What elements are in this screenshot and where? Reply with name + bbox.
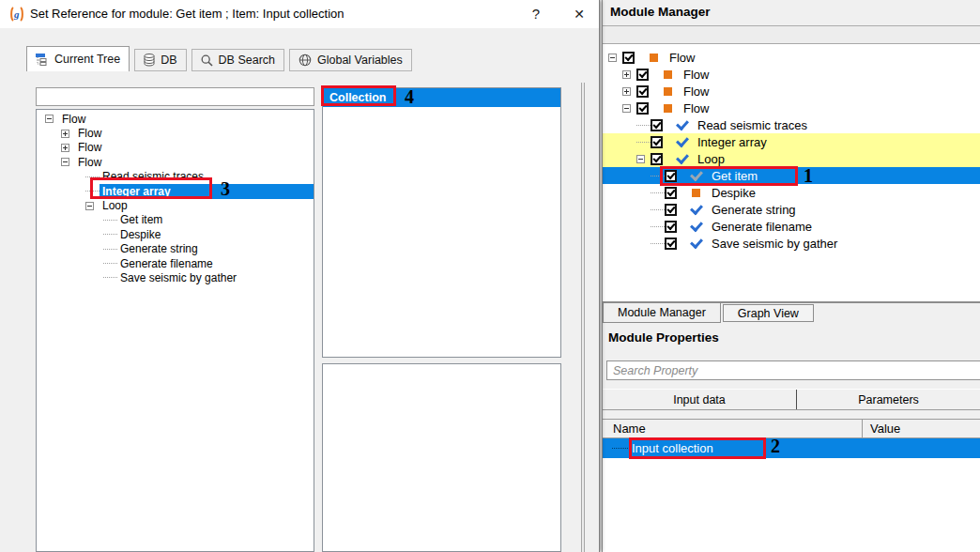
tab-db[interactable]: DB bbox=[134, 49, 186, 71]
checkbox-checked[interactable] bbox=[651, 136, 663, 148]
svg-text:g: g bbox=[13, 8, 20, 20]
dialog-tabbar: Current Tree DB DB Search bbox=[26, 46, 412, 71]
splitter[interactable] bbox=[581, 83, 585, 552]
module-item-generate-string[interactable]: Generate string bbox=[603, 201, 980, 218]
tree-item-flow[interactable]: Flow bbox=[37, 126, 314, 140]
module-item-flow[interactable]: Flow bbox=[603, 83, 980, 100]
tree-item-get-item[interactable]: Get item bbox=[37, 213, 314, 227]
tab-current-tree[interactable]: Current Tree bbox=[26, 46, 130, 71]
tab-label: Graph View bbox=[738, 307, 799, 320]
tree-item-label: Flow bbox=[75, 140, 314, 155]
module-item-despike[interactable]: Despike bbox=[603, 184, 980, 201]
annotation-number-2: 2 bbox=[771, 436, 780, 456]
expand-icon[interactable] bbox=[622, 70, 631, 79]
properties-tabbar: Input data Parameters bbox=[603, 389, 980, 410]
checkbox-checked[interactable] bbox=[665, 221, 677, 233]
module-label: Flow bbox=[683, 84, 709, 99]
collapse-icon[interactable] bbox=[622, 104, 631, 113]
help-button[interactable]: ? bbox=[518, 0, 554, 28]
toolbar-strip bbox=[603, 26, 980, 44]
tree-item-despike[interactable]: Despike bbox=[37, 227, 314, 241]
tab-db-search[interactable]: DB Search bbox=[191, 49, 284, 71]
tab-label: Module Manager bbox=[618, 306, 706, 319]
module-properties-title: Module Properties bbox=[608, 330, 719, 345]
tree-item-generate-filename[interactable]: Generate filename bbox=[37, 256, 314, 270]
tree-connector bbox=[103, 234, 117, 235]
module-item-integer-array[interactable]: Integer array bbox=[603, 133, 980, 150]
tree-item-label: Generate string bbox=[117, 241, 314, 256]
close-icon[interactable]: ✕ bbox=[559, 0, 599, 28]
tree-item-generate-string[interactable]: Generate string bbox=[37, 242, 314, 256]
module-check-icon bbox=[677, 153, 688, 164]
checkbox-checked[interactable] bbox=[636, 69, 649, 81]
tab-global-variables[interactable]: Global Variables bbox=[289, 49, 412, 71]
flow-square-icon bbox=[649, 52, 660, 63]
checkbox-checked[interactable] bbox=[651, 119, 663, 131]
collapse-icon[interactable] bbox=[45, 115, 54, 123]
tree-connector bbox=[636, 142, 651, 143]
tab-label: Input data bbox=[673, 393, 726, 406]
module-check-icon bbox=[691, 221, 702, 232]
current-tree-panel: Flow Flow Flow Flow Read seismic traces … bbox=[36, 109, 314, 552]
column-header-value[interactable]: Value bbox=[862, 420, 980, 437]
expand-icon[interactable] bbox=[61, 130, 69, 138]
tab-label: DB bbox=[161, 54, 176, 67]
module-item-flow[interactable]: Flow bbox=[603, 66, 980, 83]
tab-input-data[interactable]: Input data bbox=[603, 390, 796, 409]
module-item-save-seismic-by-gather[interactable]: Save seismic by gather bbox=[603, 235, 980, 252]
tree-item-loop[interactable]: Loop bbox=[37, 198, 314, 212]
view-tabbar: Module Manager Graph View bbox=[603, 302, 980, 323]
tree-item-flow[interactable]: Flow bbox=[37, 155, 314, 169]
search-property-input[interactable] bbox=[606, 360, 980, 380]
checkbox-checked[interactable] bbox=[651, 153, 663, 165]
tree-icon bbox=[36, 54, 49, 66]
collection-list: Collection bbox=[322, 87, 561, 358]
module-item-generate-filename[interactable]: Generate filename bbox=[603, 218, 980, 235]
checkbox-checked[interactable] bbox=[636, 102, 649, 115]
tab-module-manager[interactable]: Module Manager bbox=[603, 303, 721, 323]
flow-square-icon bbox=[691, 187, 702, 198]
module-label: Generate string bbox=[712, 203, 796, 217]
module-item-flow[interactable]: Flow bbox=[603, 100, 980, 116]
module-item-loop[interactable]: Loop bbox=[603, 150, 980, 167]
annotation-number-1: 1 bbox=[804, 165, 813, 186]
collapse-icon[interactable] bbox=[85, 202, 94, 210]
tree-header-box bbox=[36, 87, 314, 106]
expand-icon[interactable] bbox=[61, 144, 69, 152]
annotation-box-2 bbox=[629, 437, 766, 459]
search-icon bbox=[201, 54, 213, 67]
checkbox-checked[interactable] bbox=[665, 204, 677, 216]
collapse-icon[interactable] bbox=[636, 155, 645, 163]
database-icon bbox=[144, 54, 155, 67]
tree-item-label: Generate filename bbox=[117, 256, 314, 271]
column-header-name[interactable]: Name bbox=[603, 420, 862, 437]
tree-connector bbox=[651, 226, 665, 227]
expand-icon[interactable] bbox=[622, 87, 631, 96]
tab-parameters[interactable]: Parameters bbox=[796, 390, 980, 409]
module-check-icon bbox=[691, 204, 702, 215]
tab-graph-view[interactable]: Graph View bbox=[723, 304, 814, 322]
collapse-icon[interactable] bbox=[608, 54, 617, 62]
tree-connector bbox=[636, 125, 651, 126]
checkbox-checked[interactable] bbox=[665, 238, 677, 250]
tree-connector bbox=[612, 448, 628, 449]
tree-item-flow[interactable]: Flow bbox=[37, 112, 314, 126]
module-label: Generate filename bbox=[712, 220, 812, 234]
module-item-flow[interactable]: Flow bbox=[603, 49, 980, 66]
tree-connector bbox=[651, 209, 665, 210]
dialog-title: Set Reference for module: Get item ; Ite… bbox=[30, 0, 345, 28]
collapse-icon[interactable] bbox=[61, 158, 69, 166]
flow-square-icon bbox=[663, 85, 674, 97]
detail-panel-empty bbox=[322, 363, 561, 552]
module-label: Despike bbox=[712, 186, 756, 200]
dialog-titlebar: g Set Reference for module: Get item ; I… bbox=[0, 0, 599, 28]
checkbox-checked[interactable] bbox=[636, 85, 649, 98]
module-item-read-seismic-traces[interactable]: Read seismic traces bbox=[603, 116, 980, 133]
tree-item-save-seismic-by-gather[interactable]: Save seismic by gather bbox=[37, 270, 314, 284]
checkbox-checked[interactable] bbox=[665, 187, 677, 199]
annotation-box-4 bbox=[321, 85, 396, 106]
checkbox-checked[interactable] bbox=[622, 52, 635, 64]
app-logo-icon: g bbox=[8, 6, 25, 23]
tree-item-flow[interactable]: Flow bbox=[37, 141, 314, 155]
tree-item-label: Flow bbox=[75, 126, 314, 141]
